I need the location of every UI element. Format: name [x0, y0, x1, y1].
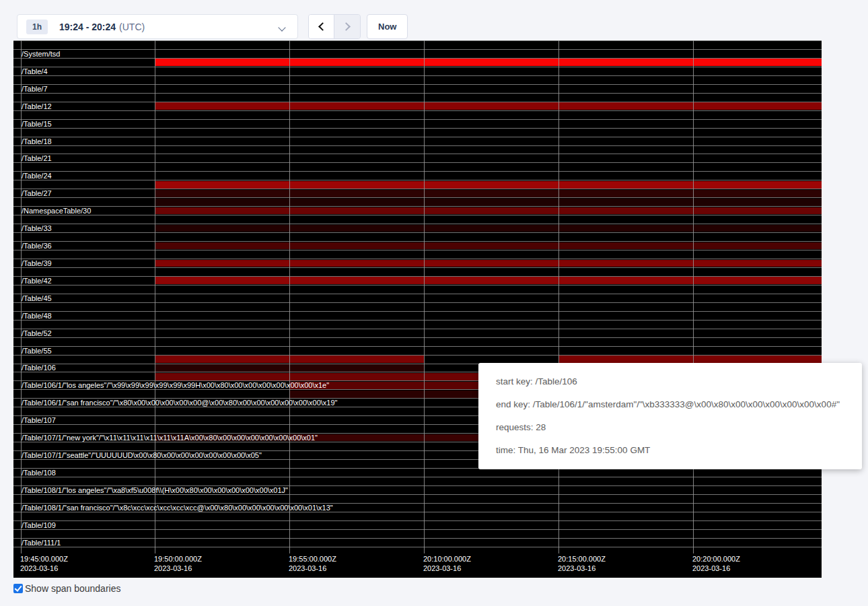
time-range-text: 19:24 - 20:24 — [59, 22, 116, 32]
span-boundary-line — [13, 224, 822, 224]
span-boundary-line — [13, 215, 822, 215]
axis-date-label: 2023-03-16 — [692, 564, 730, 573]
row-label: /Table/106/1/"los angeles"/"\x99\x99\x99… — [22, 381, 329, 389]
time-bucket-line — [558, 40, 559, 553]
checkbox-checked-icon[interactable] — [13, 584, 23, 593]
axis-time-label: 19:45:00.000Z — [20, 554, 68, 564]
heat-band — [155, 225, 822, 232]
span-boundary-line — [13, 162, 822, 163]
span-boundary-line — [13, 294, 822, 294]
heat-band — [155, 242, 822, 250]
time-nav-group — [308, 14, 361, 39]
axis-date-label: 2023-03-16 — [154, 564, 192, 573]
span-boundary-line — [13, 259, 822, 259]
span-boundary-line — [13, 58, 822, 59]
show-span-boundaries-toggle[interactable]: Show span boundaries — [13, 583, 120, 594]
axis-time-label: 20:10:00.000Z — [423, 554, 471, 564]
axis-time-label: 20:15:00.000Z — [558, 554, 606, 564]
row-label: /Table/15 — [22, 120, 52, 128]
axis-date-label: 2023-03-16 — [289, 564, 326, 573]
span-boundary-line — [13, 128, 822, 129]
chevron-left-icon — [318, 22, 327, 31]
row-label: /Table/36 — [22, 242, 52, 250]
span-boundary-line — [13, 302, 822, 303]
row-label: /Table/109 — [22, 521, 56, 529]
span-boundary-line — [13, 189, 822, 189]
span-boundary-line — [13, 529, 822, 530]
span-boundary-line — [13, 67, 822, 67]
tooltip-end-key: end key: /Table/106/1/"amsterdam"/"\xb33… — [496, 393, 862, 416]
axis-date-label: 2023-03-16 — [20, 564, 58, 573]
time-range-selector[interactable]: 1h 19:24 - 20:24 (UTC) — [17, 14, 298, 39]
axis-time-label: 19:50:00.000Z — [154, 554, 202, 564]
prev-time-button[interactable] — [309, 15, 334, 38]
row-label: /Table/108/1/"san francisco"/"\x8c\xcc\x… — [22, 504, 333, 512]
row-label: /Table/24 — [22, 172, 52, 180]
row-label: /Table/21 — [22, 154, 52, 162]
span-boundary-line — [13, 137, 822, 137]
span-boundary-line — [13, 538, 822, 539]
span-boundary-line — [13, 329, 822, 329]
time-bucket-line — [289, 40, 290, 553]
time-bucket-line — [693, 40, 694, 553]
row-label: /Table/108/1/"los angeles"/"\xa8\xf5\u00… — [22, 486, 288, 494]
axis-time-label: 20:20:00.000Z — [692, 554, 740, 564]
row-label: /Table/39 — [22, 259, 52, 267]
span-boundary-line — [13, 250, 822, 250]
row-label: /Table/42 — [22, 277, 52, 285]
row-label: /Table/106/1/"san francisco"/"\x80\x00\x… — [22, 399, 338, 407]
span-boundary-line — [13, 494, 822, 495]
chevron-right-icon — [342, 22, 351, 31]
heat-band — [155, 190, 822, 197]
span-boundary-line — [13, 75, 822, 76]
span-boundary-line — [13, 180, 822, 180]
row-label: /Table/55 — [22, 347, 52, 355]
heat-band — [155, 277, 822, 284]
span-boundary-line — [13, 512, 822, 512]
now-button[interactable]: Now — [367, 14, 408, 39]
heat-band — [155, 260, 822, 267]
span-boundary-line — [13, 154, 822, 154]
heat-band — [155, 181, 822, 189]
chevron-down-icon — [279, 25, 285, 31]
span-boundary-line — [13, 206, 822, 207]
span-boundary-line — [13, 547, 822, 547]
axis-date-label: 2023-03-16 — [558, 564, 595, 573]
span-boundary-line — [13, 49, 822, 50]
span-boundary-line — [13, 84, 822, 85]
span-boundary-line — [13, 311, 822, 312]
heat-band — [558, 356, 822, 363]
row-label: /Table/27 — [22, 189, 52, 197]
row-label: /Table/52 — [22, 329, 52, 337]
span-boundary-line — [13, 337, 822, 338]
span-boundary-line — [13, 119, 822, 120]
span-boundary-line — [13, 477, 822, 477]
span-boundary-line — [13, 320, 822, 321]
span-boundary-line — [13, 145, 822, 146]
key-visualizer-canvas[interactable]: /System/tsd/Table/4/Table/7/Table/12/Tab… — [13, 40, 822, 578]
row-label: /Table/45 — [22, 294, 52, 302]
span-boundary-line — [13, 232, 822, 233]
span-boundary-line — [13, 110, 822, 111]
row-label: /NamespaceTable/30 — [22, 207, 91, 215]
row-label: /Table/33 — [22, 224, 52, 232]
row-label: /Table/107/1/"new york"/"\x11\x11\x11\x1… — [22, 434, 318, 442]
span-boundary-line — [13, 285, 822, 285]
row-label: /Table/48 — [22, 312, 52, 320]
cell-tooltip: start key: /Table/106 end key: /Table/10… — [478, 363, 862, 469]
time-range-badge: 1h — [26, 20, 48, 34]
row-label: /Table/111/1 — [22, 539, 61, 547]
tooltip-time: time: Thu, 16 Mar 2023 19:55:00 GMT — [496, 439, 862, 462]
span-boundary-line — [13, 197, 822, 198]
span-boundary-line — [13, 241, 822, 242]
span-boundary-line — [13, 102, 822, 102]
axis-date-label: 2023-03-16 — [423, 564, 461, 573]
row-label: /Table/106 — [22, 364, 56, 372]
row-label: /Table/12 — [22, 102, 52, 110]
span-boundary-line — [13, 40, 822, 41]
heat-band — [155, 102, 822, 110]
toolbar: 1h 19:24 - 20:24 (UTC) Now — [0, 0, 868, 40]
span-boundary-line — [13, 171, 822, 172]
next-time-button-disabled[interactable] — [334, 15, 360, 38]
row-label: /Table/7 — [22, 85, 48, 93]
